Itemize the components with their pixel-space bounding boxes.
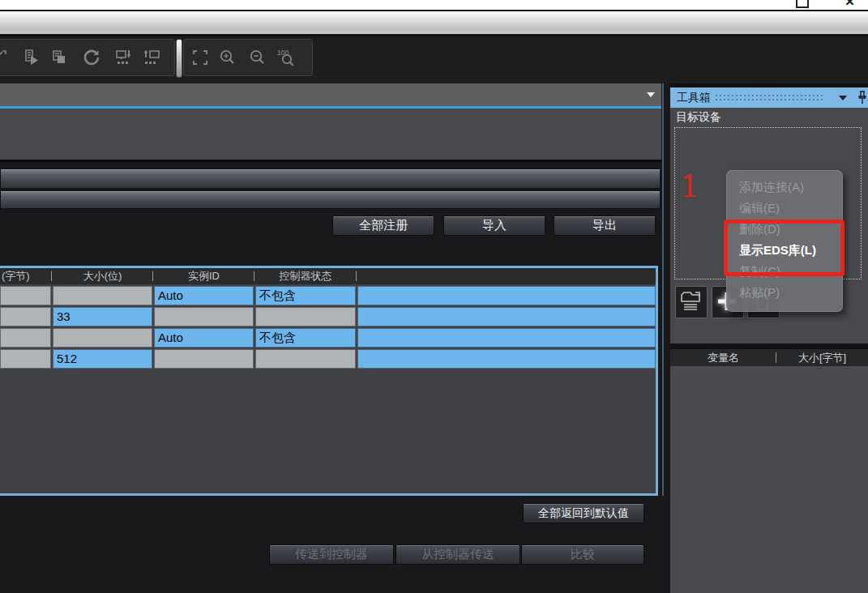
toolbar-group-zoom: 100 [183, 39, 313, 76]
cell[interactable] [0, 307, 51, 326]
toolbox-header[interactable]: 工具箱 [670, 87, 868, 108]
toolbox-title: 工具箱 [677, 91, 711, 105]
toolbox-pane: 工具箱 目标设备 [670, 83, 868, 593]
compare-button[interactable]: 比较 [521, 544, 644, 565]
collapsed-section-bar-1[interactable] [0, 169, 661, 189]
restore-defaults-button[interactable]: 全部返回到默认值 [523, 503, 644, 523]
column-header-instance-id: 实例ID [154, 268, 254, 284]
io-connection-table: (字节) 大小(位) 实例ID 控制器状态 Auto 不包含 33 [0, 266, 658, 496]
device-library-button[interactable] [675, 286, 708, 318]
export-button[interactable]: 导出 [554, 215, 656, 236]
chevron-down-icon[interactable] [839, 96, 847, 100]
register-all-button[interactable]: 全部注册 [332, 215, 434, 236]
cell[interactable]: 不包含 [255, 328, 356, 348]
cell[interactable] [357, 349, 656, 369]
transfer-from-device-icon[interactable] [142, 48, 161, 67]
menu-item-edit[interactable]: 编辑(E) [727, 198, 842, 219]
variable-table-header: 变量名 大小[字节] [670, 349, 868, 366]
cell[interactable] [255, 349, 356, 369]
target-device-label: 目标设备 [676, 110, 721, 125]
cell[interactable] [357, 307, 656, 326]
annotation-highlight-box [724, 220, 844, 276]
section-divider [670, 343, 868, 349]
column-header-size-bytes: 大小[字节] [776, 349, 868, 366]
toolbar-group-controller [0, 39, 175, 76]
cell[interactable] [357, 286, 656, 305]
pin-icon[interactable] [857, 91, 868, 105]
cell[interactable]: 33 [53, 307, 152, 326]
variable-table-body [670, 366, 868, 593]
annotation-step-number: 1 [680, 172, 699, 202]
refresh-icon[interactable] [82, 48, 101, 67]
io-table-rows: Auto 不包含 33 Auto 不包含 [0, 284, 656, 369]
cell[interactable] [0, 349, 51, 369]
import-button[interactable]: 导入 [443, 215, 545, 236]
main-toolbar: 100 [0, 36, 868, 83]
run-with-document-icon[interactable] [22, 48, 41, 67]
collapsed-section-bar-2[interactable] [0, 190, 661, 209]
column-header-controller-status: 控制器状态 [255, 268, 356, 284]
zoom-out-icon[interactable] [248, 48, 267, 67]
close-window-icon[interactable]: × [845, 0, 854, 10]
column-header-variable-name: 变量名 [670, 349, 776, 366]
table-row: 512 [0, 349, 656, 369]
transfer-to-controller-button[interactable]: 传送到控制器 [269, 544, 394, 565]
restore-window-icon[interactable] [796, 0, 809, 8]
fit-to-selection-icon[interactable] [190, 48, 210, 67]
detail-panel [0, 109, 661, 162]
cell[interactable]: Auto [154, 328, 254, 348]
pane-splitter[interactable] [662, 83, 664, 496]
menubar-strip [0, 10, 868, 36]
transfer-to-device-icon[interactable] [114, 48, 134, 67]
copy-icon[interactable] [49, 48, 69, 67]
table-row: 33 [0, 307, 656, 326]
menu-item-paste[interactable]: 粘贴(P) [727, 282, 842, 303]
cell[interactable] [154, 307, 254, 326]
chevron-down-icon[interactable] [647, 92, 655, 97]
transfer-from-controller-button[interactable]: 从控制器传送 [396, 544, 520, 565]
connection-config-pane: 全部注册 导入 导出 (字节) 大小(位) 实例ID 控制器状态 Auto 不包… [0, 83, 661, 593]
io-table-header: (字节) 大小(位) 实例ID 控制器状态 [0, 268, 656, 284]
cell[interactable]: 512 [53, 349, 152, 369]
clipped-tool-icon[interactable] [0, 48, 9, 67]
cell[interactable] [0, 286, 51, 305]
table-row: Auto 不包含 [0, 286, 656, 305]
cell[interactable] [53, 286, 152, 305]
cell[interactable] [255, 307, 356, 326]
app-window: × [0, 0, 868, 593]
titlebar: × [0, 0, 868, 10]
toolbar-separator [176, 39, 182, 78]
cell[interactable]: Auto [154, 286, 254, 305]
device-library-icon [676, 305, 705, 318]
zoom-in-icon[interactable] [218, 48, 237, 67]
device-selector-dropdown[interactable] [0, 83, 661, 109]
toolbox-header-dots [716, 95, 823, 101]
cell[interactable] [357, 328, 656, 348]
cell[interactable] [53, 328, 152, 348]
cell[interactable] [154, 349, 254, 369]
table-row: Auto 不包含 [0, 328, 656, 348]
column-header-extra [357, 268, 656, 284]
column-header-bytes: (字节) [0, 268, 51, 284]
cell[interactable]: 不包含 [255, 286, 356, 305]
column-header-size-bits: 大小(位) [53, 268, 152, 284]
cell[interactable] [0, 328, 51, 348]
zoom-100-icon[interactable]: 100 [276, 48, 296, 67]
menu-item-add-connection[interactable]: 添加连接(A) [727, 177, 842, 198]
